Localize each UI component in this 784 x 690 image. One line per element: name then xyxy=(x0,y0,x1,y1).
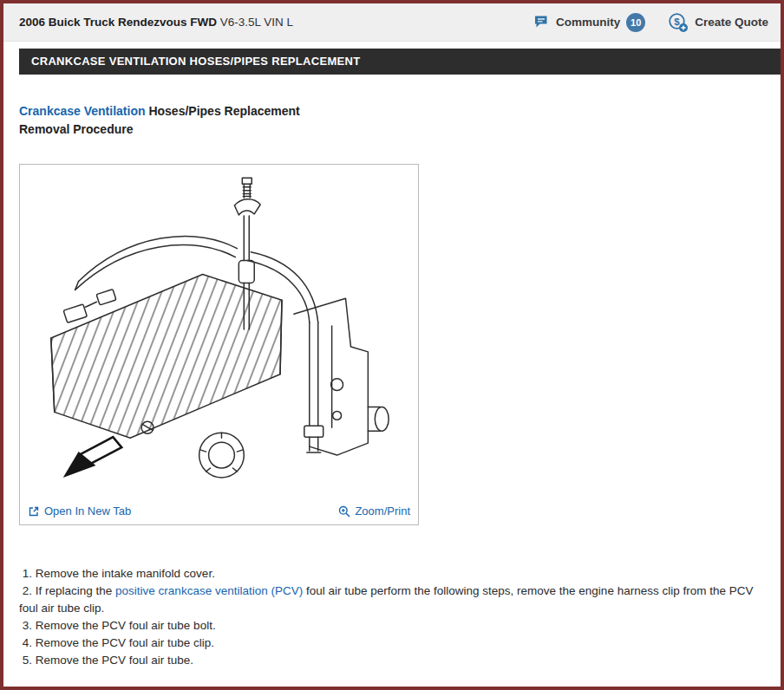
create-quote-button[interactable]: $ Create Quote xyxy=(668,12,768,33)
step-2: 2. If replacing the positive crankcase v… xyxy=(19,583,763,617)
top-bar: 2006 Buick Truck Rendezvous FWD V6-3.5L … xyxy=(3,3,781,42)
open-in-new-tab-icon xyxy=(28,505,40,518)
dollar-plus-icon: $ xyxy=(668,12,689,33)
zoom-print-link[interactable]: Zoom/Print xyxy=(338,504,410,518)
open-in-new-tab-label: Open In New Tab xyxy=(44,504,131,518)
community-button[interactable]: Community 10 xyxy=(533,13,645,32)
procedure-steps: 1. Remove the intake manifold cover. 2. … xyxy=(19,565,763,669)
community-icon xyxy=(533,15,550,29)
pointer-arrow xyxy=(63,437,122,478)
create-quote-label: Create Quote xyxy=(695,16,768,29)
article-title-rest: Hoses/Pipes Replacement xyxy=(146,104,300,118)
step-1: 1. Remove the intake manifold cover. xyxy=(19,565,763,583)
open-in-new-tab-link[interactable]: Open In New Tab xyxy=(28,504,131,518)
community-count-badge: 10 xyxy=(626,13,645,32)
step-5: 5. Remove the PCV foul air tube. xyxy=(19,652,763,669)
main-content: Crankcase Ventilation Hoses/Pipes Replac… xyxy=(3,102,781,669)
page: 2006 Buick Truck Rendezvous FWD V6-3.5L … xyxy=(0,0,784,690)
crankcase-ventilation-link[interactable]: Crankcase Ventilation xyxy=(19,104,146,118)
vehicle-name: 2006 Buick Truck Rendezvous FWD xyxy=(19,16,217,29)
community-label: Community xyxy=(556,16,620,29)
engine-diagram xyxy=(25,169,413,504)
section-title-bar: CRANKCASE VENTILATION HOSES/PIPES REPLAC… xyxy=(19,49,781,75)
section-title: CRANKCASE VENTILATION HOSES/PIPES REPLAC… xyxy=(31,55,360,68)
step-3: 3. Remove the PCV foul air tube bolt. xyxy=(19,617,763,635)
zoom-icon xyxy=(338,505,350,518)
step-4: 4. Remove the PCV foul air tube clip. xyxy=(19,635,763,652)
article-subtitle: Removal Procedure xyxy=(19,120,763,139)
figure-footer: Open In New Tab Zoom/Print xyxy=(20,503,418,524)
article-heading: Crankcase Ventilation Hoses/Pipes Replac… xyxy=(19,102,763,139)
top-bar-actions: Community 10 $ Create Quote xyxy=(533,12,768,33)
article-title-line: Crankcase Ventilation Hoses/Pipes Replac… xyxy=(19,102,763,120)
zoom-print-label: Zoom/Print xyxy=(355,504,410,518)
vehicle-title: 2006 Buick Truck Rendezvous FWD V6-3.5L … xyxy=(19,16,293,29)
vehicle-engine: V6-3.5L VIN L xyxy=(217,16,293,29)
step-2-text-pre: 2. If replacing the xyxy=(19,584,115,597)
pcv-link[interactable]: positive crankcase ventilation (PCV) xyxy=(115,584,303,597)
figure-box: Open In New Tab Zoom/Print xyxy=(19,164,419,525)
svg-text:$: $ xyxy=(675,16,681,26)
figure-canvas xyxy=(20,165,418,503)
